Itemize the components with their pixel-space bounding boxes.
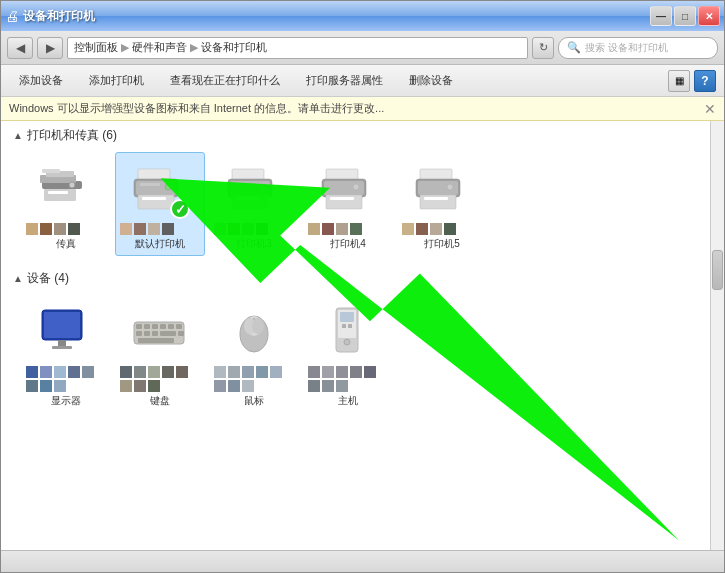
add-printer-button[interactable]: 添加打印机 (79, 69, 154, 93)
svg-rect-42 (176, 324, 182, 329)
swatch (120, 380, 132, 392)
main-window: 🖨 设备和打印机 — □ ✕ ◀ ▶ 控制面板 ▶ 硬件和声音 ▶ 设备和打印机… (0, 0, 725, 573)
swatch (68, 223, 80, 235)
printers-title-text: 打印机和传真 (6) (27, 127, 117, 144)
svg-rect-13 (140, 183, 160, 186)
fax-swatches (26, 223, 106, 235)
swatch (256, 366, 268, 378)
swatch (176, 366, 188, 378)
swatch (416, 223, 428, 235)
device-monitor[interactable]: 显示器 (21, 295, 111, 413)
scrollbar[interactable] (710, 121, 724, 550)
svg-rect-30 (424, 197, 448, 200)
swatch (242, 366, 254, 378)
breadcrumb-item-hardware[interactable]: 硬件和声音 (132, 40, 187, 55)
svg-rect-44 (144, 331, 150, 336)
printer5-icon (414, 161, 470, 217)
swatch (40, 223, 52, 235)
swatch (26, 380, 38, 392)
info-close-button[interactable]: ✕ (704, 102, 716, 116)
svg-rect-59 (348, 324, 352, 328)
status-bar (1, 550, 724, 572)
svg-rect-35 (52, 346, 72, 349)
breadcrumb-sep1: ▶ (121, 41, 129, 54)
swatch (162, 223, 174, 235)
svg-rect-43 (136, 331, 142, 336)
devices-title-text: 设备 (4) (27, 270, 69, 287)
svg-rect-4 (48, 191, 68, 194)
device-tower[interactable]: 主机 (303, 295, 393, 413)
delete-device-button[interactable]: 删除设备 (399, 69, 463, 93)
title-bar: 🖨 设备和打印机 — □ ✕ (1, 1, 724, 31)
minimize-button[interactable]: — (650, 6, 672, 26)
device-mouse[interactable]: 鼠标 (209, 295, 299, 413)
title-bar-left: 🖨 设备和打印机 (5, 8, 95, 25)
swatch (134, 223, 146, 235)
maximize-button[interactable]: □ (674, 6, 696, 26)
swatch (322, 380, 334, 392)
swatch (336, 223, 348, 235)
breadcrumb[interactable]: 控制面板 ▶ 硬件和声音 ▶ 设备和打印机 (67, 37, 528, 59)
see-whats-printing-button[interactable]: 查看现在正在打印什么 (160, 69, 290, 93)
printer-server-props-button[interactable]: 打印服务器属性 (296, 69, 393, 93)
add-device-button[interactable]: 添加设备 (9, 69, 73, 93)
fax-label: 传真 (56, 237, 76, 251)
svg-point-25 (353, 184, 359, 190)
svg-rect-37 (136, 324, 142, 329)
default-printer-icon-wrap: ✓ (128, 157, 192, 221)
swatch (120, 223, 132, 235)
svg-rect-18 (236, 197, 260, 200)
swatch (214, 380, 226, 392)
printer3-icon-wrap (222, 157, 286, 221)
mouse-label: 鼠标 (244, 394, 264, 408)
monitor-label: 显示器 (51, 394, 81, 408)
device-printer3[interactable]: 打印机3 (209, 152, 299, 256)
svg-point-53 (252, 318, 264, 334)
device-printer4[interactable]: 打印机4 (303, 152, 393, 256)
swatch (228, 380, 240, 392)
mouse-swatches (214, 366, 294, 392)
main-content: ▲ 打印机和传真 (6) (1, 121, 724, 550)
help-button[interactable]: ? (694, 70, 716, 92)
swatch (40, 366, 52, 378)
device-printer5[interactable]: 打印机5 (397, 152, 487, 256)
scrollbar-thumb[interactable] (712, 250, 723, 290)
tower-icon-wrap (316, 300, 380, 364)
printers-section-title: ▲ 打印机和传真 (6) (13, 127, 712, 144)
swatch (430, 223, 442, 235)
swatch (148, 380, 160, 392)
svg-rect-58 (342, 324, 346, 328)
swatch (214, 223, 226, 235)
swatch (308, 380, 320, 392)
back-button[interactable]: ◀ (7, 37, 33, 59)
swatch (82, 366, 94, 378)
breadcrumb-item-devices[interactable]: 设备和打印机 (201, 40, 267, 55)
device-default-printer[interactable]: ✓ 默认打印机 (115, 152, 205, 256)
printer4-icon-wrap (316, 157, 380, 221)
toolbar: 添加设备 添加打印机 查看现在正在打印什么 打印服务器属性 删除设备 ▦ ? (1, 65, 724, 97)
refresh-button[interactable]: ↻ (532, 37, 554, 59)
swatch (228, 366, 240, 378)
view-button[interactable]: ▦ (668, 70, 690, 92)
svg-rect-46 (160, 331, 176, 336)
device-keyboard[interactable]: 键盘 (115, 295, 205, 413)
keyboard-swatches (120, 366, 200, 392)
swatch (308, 366, 320, 378)
forward-button[interactable]: ▶ (37, 37, 63, 59)
svg-rect-5 (42, 169, 60, 173)
svg-rect-40 (160, 324, 166, 329)
svg-rect-38 (144, 324, 150, 329)
svg-rect-47 (178, 331, 184, 336)
device-fax[interactable]: 传真 (21, 152, 111, 256)
swatch (40, 380, 52, 392)
close-button[interactable]: ✕ (698, 6, 720, 26)
swatch (54, 380, 66, 392)
svg-rect-33 (44, 312, 80, 338)
printer5-icon-wrap (410, 157, 474, 221)
search-bar[interactable]: 🔍 搜索 设备和打印机 (558, 37, 718, 59)
default-printer-label: 默认打印机 (135, 237, 185, 251)
tower-icon (320, 304, 376, 360)
breadcrumb-item-controlpanel[interactable]: 控制面板 (74, 40, 118, 55)
keyboard-icon-wrap (128, 300, 192, 364)
swatch (26, 223, 38, 235)
